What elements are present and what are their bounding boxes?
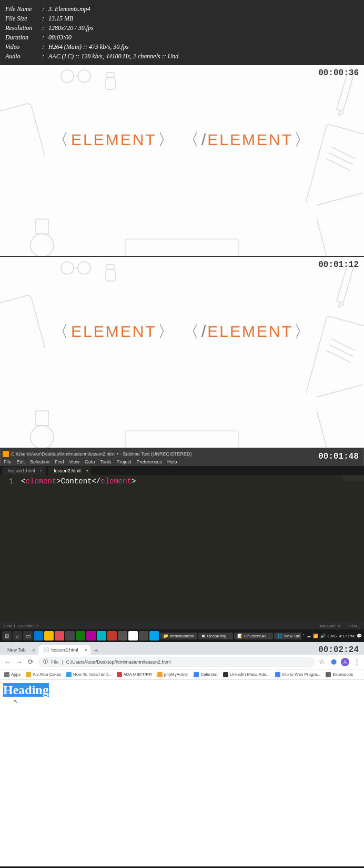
pinned-app[interactable] [65,631,75,640]
notifications-icon[interactable]: 💬 [357,634,362,638]
sublime-editor[interactable]: 1 <element>Content</element> [0,475,364,622]
bookmark-item[interactable]: Into to Web Progra... [275,672,321,677]
pinned-app[interactable] [107,631,117,640]
extension-icon[interactable]: ⬢ [329,658,338,666]
sublime-statusbar: Line 1, Column 17 Tab Size: 4HTML [0,622,364,629]
pinned-app[interactable] [86,631,96,640]
menu-view[interactable]: View [69,459,79,464]
meta-filesize-label: File Size [5,14,42,23]
bookmark-icon [26,672,31,677]
info-icon[interactable]: ⓘ [43,658,48,665]
editor-content[interactable]: <element>Content</element> [18,475,364,622]
taskbar-item[interactable]: 📁 htmlmasterin [160,633,197,639]
browser-tab-lesson2[interactable]: 📄lesson2.html× [38,645,91,655]
status-cursor-pos[interactable]: Line 1, Column 17 [4,624,38,628]
bookmark-item[interactable]: LinkedIn-Mass-Add... [223,672,270,677]
pinned-app[interactable] [139,631,148,640]
close-icon[interactable]: × [85,647,88,653]
chrome-toolbar: ← → ⟳ ⓘ File | C:/Users/Acer/Desktop/htm… [0,655,364,669]
tray-clock[interactable]: 4:17 PM [339,634,355,638]
notepad-icon [306,315,364,394]
menu-preferences[interactable]: Preferences [136,459,162,464]
address-bar[interactable]: ⓘ File | C:/Users/Acer/Desktop/htmlmaste… [38,657,315,667]
bookmark-item[interactable]: How-To Install and... [66,672,111,677]
apps-button[interactable]: Apps [4,672,21,677]
taskbar-item[interactable]: 📝 C:\Users\Ac... [234,633,273,639]
meta-resolution-label: Resolution [5,23,42,33]
tray-icon[interactable]: ☁ [307,634,311,638]
menu-find[interactable]: Find [55,459,64,464]
sublime-minimap[interactable] [343,475,364,481]
bookmark-icon [157,672,163,677]
bookmark-item[interactable]: phpMyAdmin [157,672,189,677]
back-button[interactable]: ← [3,658,12,666]
new-tab-button[interactable]: + [90,646,101,655]
start-button[interactable]: ⊞ [2,631,12,640]
meta-audio: AAC (LC) :: 128 kb/s, 44100 Hz, 2 channe… [48,51,178,61]
keyboard-icon [124,430,240,449]
tray-volume-icon[interactable]: 🔊 [320,634,326,638]
page-heading-selected[interactable]: Heading [3,683,49,697]
pinned-app[interactable] [44,631,54,640]
pinned-app[interactable] [118,631,127,640]
editor-tab-lesson1[interactable]: lesson1.html× [2,467,46,475]
meta-video: H264 (Main) :: 473 kb/s, 30.fps [48,42,128,51]
search-icon[interactable]: ⌕ [13,631,22,640]
notebook-icon [317,385,364,449]
editor-tab-lesson2[interactable]: lesson2.html• [48,467,92,475]
menu-help[interactable]: Help [167,459,177,464]
menu-button[interactable]: ⋮ [352,658,361,666]
glasses-icon [58,260,95,276]
timestamp-3: 00:01:48 [318,452,359,461]
svg-point-11 [61,262,74,274]
svg-rect-10 [317,193,364,257]
pinned-app[interactable] [76,631,85,640]
tray-language[interactable]: ENG [328,634,337,638]
svg-rect-21 [317,385,364,449]
tray-wifi-icon[interactable]: 📶 [313,634,318,638]
status-language[interactable]: HTML [348,624,360,628]
status-tabsize[interactable]: Tab Size: 4 [319,624,340,628]
taskbar-item[interactable]: 🌐 New Tab - G... [274,633,301,639]
usb-icon [103,262,118,283]
bookmark-item[interactable]: A s Alba Cakes [26,672,61,677]
tray-chevron-icon[interactable]: ˄ [302,634,305,638]
bookmark-item[interactable]: Calendar [194,672,217,677]
task-view-icon[interactable]: ▭ [23,631,33,640]
taskbar-item[interactable]: ⏺ Recording... [198,633,233,639]
pinned-app[interactable] [55,631,64,640]
svg-point-17 [31,426,54,449]
menu-goto[interactable]: Goto [85,459,95,464]
bookmark-item[interactable]: Extensions [326,672,353,677]
meta-audio-label: Audio [5,51,42,61]
pinned-app[interactable] [128,631,138,640]
pinned-app[interactable] [34,631,43,640]
close-icon[interactable]: × [32,647,35,653]
system-tray[interactable]: ˄ ☁ 📶 🔊 ENG 4:17 PM 💬 [302,634,362,638]
close-icon[interactable]: × [40,468,43,473]
sublime-titlebar[interactable]: C:\Users\Acer\Desktop\htmlmasterin\lesso… [0,449,364,458]
browser-tab-newtab[interactable]: New Tab× [2,645,38,655]
watch-icon [26,214,58,257]
pinned-app[interactable] [149,631,159,640]
svg-rect-15 [0,295,45,362]
forward-button[interactable]: → [15,658,23,666]
bookmarks-bar: Apps A s Alba Cakes How-To Install and..… [0,669,364,680]
menu-edit[interactable]: Edit [17,459,25,464]
sublime-title: C:\Users\Acer\Desktop\htmlmasterin\lesso… [11,451,361,457]
close-icon[interactable]: • [86,468,88,473]
svg-rect-14 [106,270,115,281]
profile-avatar[interactable]: A [341,658,349,666]
pinned-app[interactable] [97,631,106,640]
element-tag-display: 〈ELEMENT〉 〈/ELEMENT〉 [52,129,312,151]
timestamp-1: 00:00:36 [318,68,359,78]
bookmark-star-icon[interactable]: ☆ [318,658,326,666]
menu-project[interactable]: Project [116,459,131,464]
menu-file[interactable]: File [4,459,12,464]
file-icon: 📄 [44,647,49,653]
reload-button[interactable]: ⟳ [26,658,35,666]
bookmark-item[interactable]: ADA MBKT/RR [117,672,152,677]
menu-selection[interactable]: Selection [30,459,49,464]
timestamp-2: 00:01:12 [318,260,359,270]
menu-tools[interactable]: Tools [100,459,111,464]
